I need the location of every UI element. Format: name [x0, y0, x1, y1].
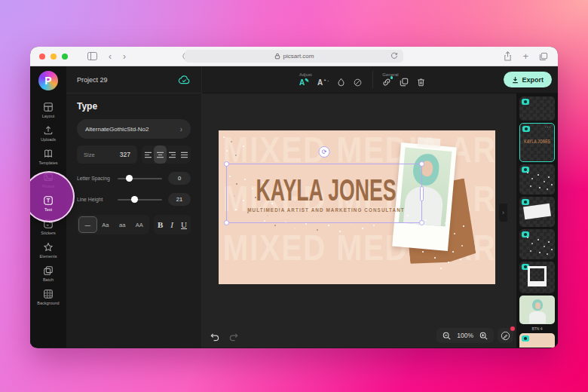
tabs-overview-icon[interactable] [539, 52, 548, 61]
layer-thumbnail[interactable] [519, 333, 555, 348]
selection-bounding-box[interactable]: ⟳ [226, 164, 422, 223]
sidebar-item-templates[interactable]: Templates [30, 145, 66, 168]
layer-visibility-icon[interactable] [522, 335, 529, 341]
text-style-group: B I U [154, 215, 191, 234]
font-name: AlternateGothicStd-No2 [85, 126, 149, 133]
italic-button[interactable]: I [170, 220, 173, 229]
resize-handle-top-left[interactable] [224, 161, 229, 167]
sidebar-item-background[interactable]: Background [30, 285, 66, 308]
sidebar-item-layout[interactable]: Layout [30, 98, 66, 121]
sidebar-item-photos[interactable]: Photos [30, 168, 66, 191]
align-justify-button[interactable] [179, 145, 191, 164]
zoom-out-button[interactable] [443, 332, 451, 340]
text-adjust-icon[interactable]: A✎ [299, 78, 309, 87]
background-icon [43, 289, 54, 299]
context-toolbar: Adjust A✎ A﹢˖ General [202, 66, 558, 93]
zoom-level[interactable]: 100% [457, 332, 473, 339]
layer-visibility-icon[interactable] [522, 199, 529, 205]
maximize-window-button[interactable] [62, 54, 68, 60]
letter-spacing-slider-thumb[interactable] [126, 175, 133, 182]
cloud-sync-icon[interactable] [178, 75, 191, 84]
line-height-slider-thumb[interactable] [131, 196, 138, 203]
redo-button[interactable] [229, 332, 239, 341]
case-none-button[interactable]: — [78, 216, 97, 233]
align-center-button[interactable] [154, 145, 166, 164]
line-height-value[interactable]: 21 [168, 193, 191, 206]
layer-visibility-icon[interactable] [522, 231, 529, 237]
link-icon[interactable] [382, 78, 391, 87]
align-right-button[interactable] [167, 145, 179, 164]
layer-thumbnail[interactable] [519, 164, 555, 194]
url-text: picsart.com [283, 53, 314, 60]
general-group: General [372, 71, 430, 88]
layer-visibility-icon[interactable] [522, 126, 530, 132]
reload-icon[interactable] [390, 52, 398, 60]
case-lower-button[interactable]: aa [114, 216, 131, 233]
resize-handle-right[interactable] [420, 186, 424, 201]
share-icon[interactable] [504, 51, 512, 61]
layer-thumbnail[interactable] [519, 197, 555, 227]
layer-menu-icon[interactable]: ··· [545, 124, 552, 130]
case-upper-button[interactable]: AA [131, 216, 149, 233]
letter-spacing-label: Letter Spacing [77, 176, 116, 181]
comments-button[interactable] [498, 328, 513, 343]
minimize-window-button[interactable] [51, 54, 57, 60]
back-button[interactable]: ‹ [109, 51, 112, 62]
layer-thumbnail-selected[interactable]: ··· KAYLA JONES [519, 123, 555, 162]
font-size-field[interactable]: Size 327 [77, 145, 137, 164]
layer-visibility-icon[interactable] [522, 167, 529, 173]
sidebar-toggle-icon[interactable] [87, 52, 97, 60]
sidebar-item-elements[interactable]: Elements [30, 238, 66, 262]
address-bar[interactable]: picsart.com [185, 50, 403, 63]
resize-handle-bottom-left[interactable] [224, 220, 229, 225]
polaroid-frame-layer-preview [528, 266, 547, 286]
text-icon [43, 195, 54, 206]
canvas-workspace[interactable]: MIXED MEDIA ART MIXED MEDIA ART MIXED ME… [202, 93, 516, 348]
sidebar-item-stickers[interactable]: Stickers [30, 215, 66, 238]
bold-button[interactable]: B [158, 220, 163, 229]
upload-icon [43, 125, 54, 136]
lock-icon [274, 53, 280, 60]
close-window-button[interactable] [39, 54, 45, 60]
sidebar-item-text[interactable]: Text [30, 191, 66, 215]
browser-titlebar: ‹ › picsart.com + [30, 47, 558, 66]
underline-button[interactable]: U [181, 220, 187, 229]
design-canvas[interactable]: MIXED MEDIA ART MIXED MEDIA ART MIXED ME… [219, 130, 495, 284]
adjust-group: Adjust A✎ A﹢˖ [295, 71, 366, 88]
elements-star-icon [43, 242, 54, 253]
layer-thumbnail-photo[interactable] [519, 296, 555, 324]
layer-thumbnail[interactable] [519, 96, 555, 121]
opacity-drop-icon[interactable] [337, 78, 345, 87]
letter-spacing-value[interactable]: 0 [168, 172, 191, 185]
picsart-logo[interactable]: P [38, 71, 58, 90]
layers-collapse-toggle[interactable]: › [499, 204, 507, 222]
layer-thumbnail[interactable] [519, 229, 555, 259]
glitter-layer-preview [527, 237, 528, 238]
sidebar-item-batch[interactable]: Batch [30, 262, 66, 285]
zoom-controls: 100% [436, 328, 494, 343]
line-height-label: Line Height [77, 197, 116, 202]
layer-visibility-icon[interactable] [522, 99, 529, 105]
new-tab-icon[interactable]: + [522, 51, 528, 62]
sidebar-item-uploads[interactable]: Uploads [30, 121, 66, 145]
undo-button[interactable] [210, 332, 219, 341]
font-selector[interactable]: AlternateGothicStd-No2 › [77, 119, 191, 139]
resize-handle-top-right[interactable] [419, 161, 424, 167]
zoom-in-button[interactable] [479, 332, 488, 340]
layer-thumbnail[interactable] [519, 262, 555, 293]
picsart-editor: P Layout Uploads Templates Photos [30, 66, 558, 348]
forward-button[interactable]: › [123, 51, 126, 62]
export-button[interactable]: Export [504, 72, 552, 87]
browser-window: ‹ › picsart.com + P Layout [30, 47, 558, 348]
delete-icon[interactable] [417, 78, 425, 87]
line-height-slider[interactable] [118, 199, 162, 201]
letter-spacing-slider[interactable] [118, 178, 162, 179]
duplicate-icon[interactable] [400, 78, 409, 87]
align-left-button[interactable] [142, 145, 154, 164]
batch-icon [43, 265, 54, 276]
resize-handle-bottom-right[interactable] [419, 220, 424, 225]
text-effects-icon[interactable]: A﹢˖ [317, 78, 329, 87]
blend-icon[interactable] [354, 78, 362, 87]
case-sentence-button[interactable]: Aa [97, 216, 115, 233]
rotate-handle[interactable]: ⟳ [319, 146, 330, 158]
